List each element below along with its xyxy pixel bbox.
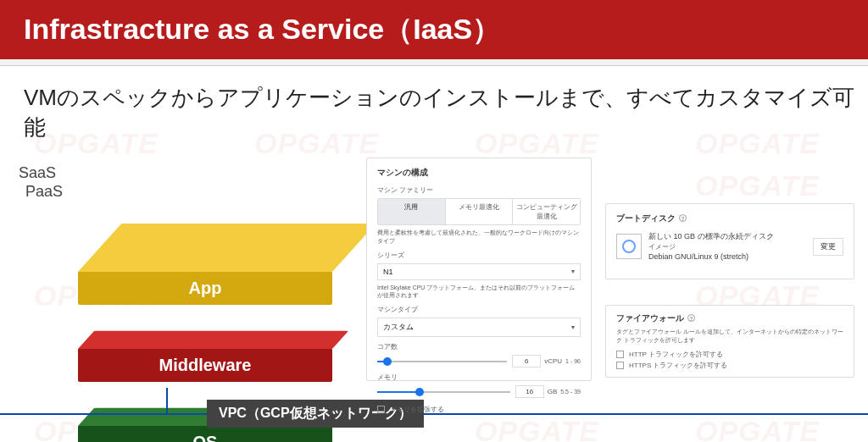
- memory-label: メモリ: [377, 373, 581, 382]
- extend-memory-row: メモリを拡張する: [377, 405, 581, 414]
- change-disk-button[interactable]: 変更: [813, 238, 843, 256]
- label-saas: SaaS: [19, 164, 56, 182]
- machine-heading: マシンの構成: [377, 167, 581, 179]
- stack-label-app: App: [189, 279, 222, 298]
- machine-family-tabs: 汎用 メモリ最適化 コンピューティング最適化: [377, 198, 581, 225]
- watermark: OPGATE: [695, 169, 820, 202]
- memory-unit: GB: [548, 388, 558, 395]
- tab-general[interactable]: 汎用: [378, 199, 446, 224]
- cores-unit: vCPU: [544, 357, 562, 365]
- panel-firewall: ファイアウォール タグとファイアウォール ルールを追加して、インターネットからの…: [605, 305, 854, 378]
- https-checkbox[interactable]: [616, 362, 624, 369]
- machine-type-label: マシンタイプ: [377, 305, 581, 314]
- label-paas: PaaS: [25, 183, 63, 201]
- watermark: OPGATE: [475, 415, 599, 442]
- help-icon[interactable]: [687, 314, 695, 322]
- disk-image-value: Debian GNU/Linux 9 (stretch): [648, 251, 813, 262]
- boot-disk-heading: ブートディスク: [616, 213, 843, 224]
- memory-slider[interactable]: [377, 387, 510, 397]
- disk-info: 新しい 10 GB の標準の永続ディスク イメージ Debian GNU/Lin…: [648, 231, 813, 262]
- http-label: HTTP トラフィックを許可する: [629, 350, 723, 359]
- disk-image-label: イメージ: [648, 242, 813, 251]
- memory-range: 5.5 - 39: [560, 389, 581, 395]
- stack-label-middleware: Middleware: [159, 356, 252, 375]
- extend-memory-label: メモリを拡張する: [390, 405, 444, 414]
- disk-icon: [616, 234, 642, 259]
- cores-value[interactable]: 6: [512, 355, 541, 367]
- cores-label: コア数: [377, 342, 581, 351]
- help-icon[interactable]: [679, 214, 687, 222]
- memory-slider-row: 16 GB 5.5 - 39: [377, 385, 581, 398]
- machine-type-select[interactable]: カスタム: [377, 318, 581, 337]
- http-checkbox[interactable]: [616, 351, 624, 358]
- machine-family-hint: 費用と柔軟性を考慮して最適化された、一般的なワークロード向けのマシンタイプ: [377, 229, 581, 246]
- tab-compute-optimized[interactable]: コンピューティング最適化: [513, 199, 580, 224]
- stack-label-os: OS: [193, 433, 218, 443]
- stack-layer-middleware: Middleware: [78, 301, 349, 382]
- cores-slider-row: 6 vCPU 1 - 96: [377, 355, 581, 367]
- extend-memory-checkbox[interactable]: [377, 406, 385, 413]
- vpc-connector-line: [166, 388, 168, 413]
- series-hint: Intel Skylake CPU プラットフォーム、またはそれ以前のプラットフ…: [377, 284, 581, 301]
- disk-line1: 新しい 10 GB の標準の永続ディスク: [648, 231, 813, 242]
- stack-layer-app: App: [78, 145, 349, 305]
- memory-value[interactable]: 16: [515, 385, 544, 398]
- cores-range: 1 - 96: [565, 358, 581, 364]
- panel-machine-config: マシンの構成 マシン ファミリー 汎用 メモリ最適化 コンピューティング最適化 …: [366, 157, 592, 381]
- panel-boot-disk: ブートディスク 新しい 10 GB の標準の永続ディスク イメージ Debian…: [605, 203, 854, 279]
- title-underline: [0, 59, 868, 66]
- tab-memory-optimized[interactable]: メモリ最適化: [446, 199, 514, 224]
- firewall-hint: タグとファイアウォール ルールを追加して、インターネットからの特定のネットワーク…: [616, 328, 843, 345]
- https-label: HTTPS トラフィックを許可する: [629, 361, 727, 370]
- series-select[interactable]: N1: [377, 263, 581, 280]
- architecture-stack: App Middleware OS Virtual Machine: [78, 148, 349, 442]
- slide-title: Infrastracture as a Service（IaaS）: [0, 0, 868, 59]
- watermark: OPGATE: [695, 415, 820, 442]
- machine-family-label: マシン ファミリー: [377, 185, 581, 195]
- cores-slider[interactable]: [377, 356, 507, 367]
- slide-title-text: Infrastracture as a Service（IaaS）: [24, 10, 501, 49]
- firewall-heading: ファイアウォール: [616, 312, 843, 324]
- slide-subtitle: VMのスペックからアプリケーションのインストールまで、すべてカスタマイズ可能: [24, 83, 868, 142]
- series-label: シリーズ: [377, 251, 581, 260]
